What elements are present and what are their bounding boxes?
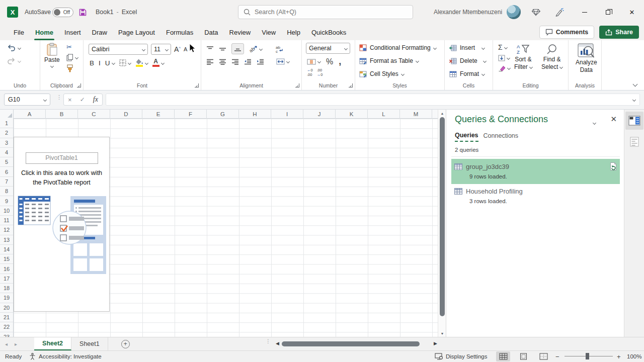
row-header[interactable]: 14: [0, 245, 13, 254]
ribbon-tab[interactable]: Formulas: [160, 24, 199, 40]
column-header[interactable]: I: [271, 110, 303, 119]
vertical-scrollbar[interactable]: ▲ ▼: [438, 110, 446, 337]
decrease-decimal-button[interactable]: .00→0: [317, 68, 323, 77]
font-color-dropdown[interactable]: [160, 61, 164, 64]
middle-align-button[interactable]: [219, 46, 226, 52]
ribbon-tab[interactable]: File: [8, 24, 30, 40]
paste-button[interactable]: Paste: [44, 43, 60, 67]
spreadsheet-grid[interactable]: ABCDEFGHIJKLM 12345678910111213141516171…: [0, 110, 438, 337]
diamond-icon[interactable]: [531, 0, 540, 24]
delete-cells-button[interactable]: Delete: [449, 57, 486, 64]
fields-pane-icon[interactable]: [625, 133, 643, 151]
clear-button[interactable]: [498, 65, 510, 71]
wrap-text-button[interactable]: abc: [275, 45, 284, 53]
search-input[interactable]: Search (Alt+Q): [238, 5, 413, 19]
row-header[interactable]: 23: [0, 332, 13, 337]
query-item[interactable]: group_jo3dc39 9 rows loaded.: [451, 159, 620, 184]
column-header[interactable]: M: [400, 110, 432, 119]
font-color-button[interactable]: A: [152, 59, 159, 67]
sheet-tab[interactable]: Sheet2: [34, 337, 71, 350]
insert-function-icon[interactable]: fx: [93, 96, 98, 104]
query-item[interactable]: Household Profiling 3 rows loaded.: [451, 184, 620, 209]
sparkle-pen-icon[interactable]: [554, 0, 564, 24]
sheetbar-splitter-handle[interactable]: ⋮: [266, 340, 268, 342]
row-header[interactable]: 19: [0, 293, 13, 303]
row-header[interactable]: 22: [0, 322, 13, 332]
decrease-indent-button[interactable]: [244, 59, 252, 65]
collapse-ribbon-chevron[interactable]: [633, 82, 638, 87]
column-header[interactable]: G: [207, 110, 239, 119]
ribbon-tab[interactable]: View: [256, 24, 281, 40]
format-painter-button[interactable]: [66, 64, 73, 72]
sheet-nav-left-icon[interactable]: ◂: [5, 341, 8, 347]
row-header[interactable]: 10: [0, 206, 13, 216]
row-header[interactable]: 5: [0, 157, 13, 167]
display-settings[interactable]: Display Settings: [435, 351, 487, 362]
row-header[interactable]: 15: [0, 254, 13, 264]
cell-styles-button[interactable]: Cell Styles: [359, 70, 404, 77]
zoom-out-button[interactable]: −: [555, 351, 559, 362]
insert-cells-button[interactable]: Insert: [449, 44, 485, 51]
clipboard-dialog-launcher[interactable]: [77, 83, 81, 87]
increase-decimal-button[interactable]: ←←00.00: [307, 68, 313, 77]
comma-style-button[interactable]: ,: [339, 56, 341, 67]
ribbon-tab[interactable]: Home: [30, 24, 59, 40]
bold-button[interactable]: B: [90, 59, 94, 67]
font-size-combo[interactable]: 11: [151, 44, 171, 55]
ribbon-tab[interactable]: Help: [281, 24, 306, 40]
grow-font-button[interactable]: A^: [174, 45, 181, 53]
accessibility-status[interactable]: Accessibility: Investigate: [29, 351, 102, 362]
enter-icon[interactable]: ✓: [80, 96, 85, 103]
zoom-in-button[interactable]: +: [617, 351, 621, 362]
row-header[interactable]: 9: [0, 196, 13, 206]
name-box[interactable]: G10: [4, 94, 50, 106]
align-center-button[interactable]: [219, 59, 226, 65]
sheet-nav-right-icon[interactable]: ▸: [15, 341, 17, 347]
minimize-button[interactable]: [575, 0, 595, 24]
panel-tab[interactable]: Connections: [484, 132, 519, 141]
fill-color-button[interactable]: [135, 59, 143, 67]
pivot-placeholder[interactable]: PivotTable1 Click in this area to work w…: [14, 137, 110, 312]
format-as-table-button[interactable]: Format as Table: [359, 57, 419, 64]
analyze-data-button[interactable]: AnalyzeData: [576, 43, 597, 74]
ribbon-tab[interactable]: Insert: [59, 24, 87, 40]
autosave-toggle[interactable]: Off: [52, 0, 73, 24]
ribbon-tab[interactable]: Review: [224, 24, 257, 40]
panel-tab[interactable]: Queries: [455, 132, 478, 142]
align-left-button[interactable]: [206, 59, 214, 65]
cut-button[interactable]: ✂: [66, 43, 72, 51]
ribbon-tab[interactable]: QuickBooks: [306, 24, 352, 40]
row-header[interactable]: 2: [0, 128, 13, 138]
merge-center-button[interactable]: [276, 58, 289, 65]
column-header[interactable]: F: [175, 110, 207, 119]
avatar[interactable]: [507, 0, 521, 24]
cancel-icon[interactable]: ×: [68, 96, 72, 104]
formula-input[interactable]: [110, 96, 630, 103]
format-cells-button[interactable]: Format: [449, 70, 485, 77]
page-break-view-icon[interactable]: [536, 351, 550, 361]
column-header[interactable]: L: [368, 110, 400, 119]
underline-button[interactable]: U: [105, 59, 110, 67]
column-header[interactable]: H: [239, 110, 271, 119]
column-header[interactable]: K: [336, 110, 368, 119]
queries-pane-icon[interactable]: [625, 112, 643, 130]
column-header[interactable]: A: [14, 110, 46, 119]
normal-view-icon[interactable]: [496, 351, 510, 361]
top-align-button[interactable]: [206, 46, 214, 52]
copy-button[interactable]: [66, 54, 78, 61]
ribbon-tab[interactable]: Data: [199, 24, 223, 40]
hscroll-left-arrow[interactable]: ◀: [276, 341, 279, 346]
row-header[interactable]: 1: [0, 119, 13, 128]
underline-dropdown[interactable]: [111, 61, 115, 64]
select-all-corner[interactable]: [0, 110, 14, 119]
row-header[interactable]: 11: [0, 216, 13, 225]
restore-button[interactable]: [598, 0, 618, 24]
horizontal-scrollbar[interactable]: [282, 341, 431, 346]
number-format-combo[interactable]: General: [306, 43, 350, 54]
column-header[interactable]: E: [142, 110, 175, 119]
redo-button[interactable]: [7, 57, 21, 64]
cells-area[interactable]: PivotTable1 Click in this area to work w…: [14, 119, 438, 337]
ribbon-tab[interactable]: Page Layout: [113, 24, 160, 40]
row-header[interactable]: 13: [0, 235, 13, 245]
undo-button[interactable]: [7, 44, 21, 51]
